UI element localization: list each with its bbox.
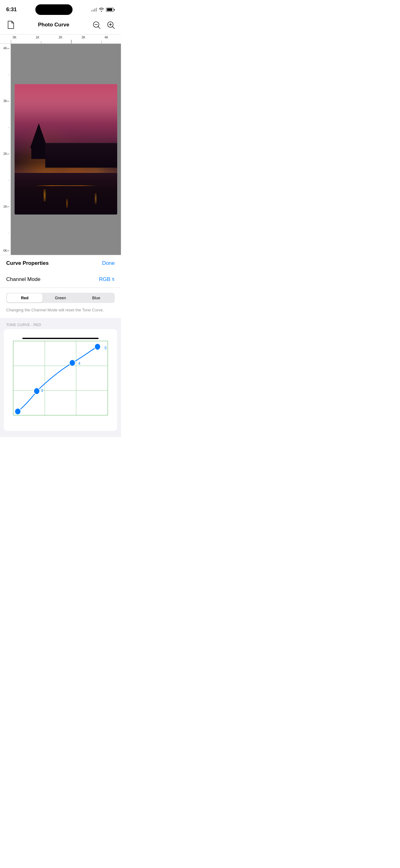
battery-icon — [106, 8, 115, 12]
chevron-updown-icon: ⇅ — [112, 277, 115, 282]
tone-curve-card[interactable]: 3 4 5 — [4, 329, 117, 431]
channel-mode-text: RGB — [99, 276, 110, 282]
zoom-in-button[interactable] — [105, 20, 116, 30]
svg-rect-0 — [91, 10, 92, 11]
zoom-in-icon — [106, 21, 115, 29]
status-time: 6:31 — [6, 6, 17, 13]
bridge-lights — [35, 185, 97, 186]
signal-dots — [91, 8, 97, 11]
photo-display — [14, 84, 117, 215]
svg-rect-3 — [96, 8, 97, 11]
properties-panel: Curve Properties Done Channel Mode RGB ⇅… — [0, 255, 121, 437]
point-3-label: 3 — [41, 388, 43, 393]
tower-body — [31, 148, 46, 159]
new-document-button[interactable] — [5, 19, 16, 30]
channel-note: Changing the Channel Mode will reset the… — [6, 307, 115, 313]
curve-scrollbar[interactable] — [22, 338, 99, 339]
curve-point-4 — [69, 360, 75, 366]
canvas-area: 4K 3K 2K 1K 0K — [0, 44, 121, 255]
svg-text:0K: 0K — [3, 249, 7, 252]
nav-bar: Photo Curve — [0, 17, 121, 34]
ruler-left: 4K 3K 2K 1K 0K — [0, 44, 11, 255]
channel-mode-value[interactable]: RGB ⇅ — [99, 276, 115, 282]
segment-blue-button[interactable]: Blue — [78, 293, 114, 302]
water-light-2 — [66, 199, 68, 208]
ruler-left-svg: 4K 3K 2K 1K 0K — [0, 44, 9, 255]
photo-gradient — [14, 84, 117, 215]
curve-svg — [13, 341, 108, 415]
image-canvas[interactable] — [11, 44, 121, 255]
curve-point-3 — [34, 388, 40, 394]
channel-mode-row: Channel Mode RGB ⇅ — [6, 276, 115, 282]
done-button[interactable]: Done — [102, 260, 115, 266]
properties-title: Curve Properties — [6, 260, 49, 266]
point-4-label: 4 — [78, 361, 80, 366]
water-light-1 — [43, 189, 46, 202]
segment-green-button[interactable]: Green — [42, 293, 78, 302]
segment-red-button[interactable]: Red — [7, 293, 42, 302]
svg-rect-1 — [93, 10, 94, 11]
curve-point-5 — [95, 343, 100, 350]
page-title: Photo Curve — [38, 22, 69, 28]
curve-canvas: 3 4 5 — [10, 338, 111, 425]
divider — [0, 287, 121, 288]
zoom-out-button[interactable] — [91, 20, 102, 30]
water-light-3 — [95, 193, 97, 204]
signal-icon — [91, 8, 97, 11]
segmented-control: Red Green Blue — [6, 293, 115, 303]
svg-text:1K: 1K — [3, 205, 7, 208]
svg-line-6 — [98, 27, 100, 29]
channel-mode-label: Channel Mode — [6, 276, 41, 282]
status-bar: 6:31 — [0, 0, 121, 17]
svg-text:2K: 2K — [3, 152, 7, 156]
document-icon — [7, 21, 14, 29]
svg-text:3K: 3K — [3, 99, 7, 103]
water-reflection — [14, 173, 117, 215]
ruler-top-ticks — [11, 38, 121, 43]
building — [45, 143, 117, 168]
zoom-out-icon — [92, 21, 101, 29]
curve-point-1 — [15, 408, 21, 415]
dynamic-island — [35, 4, 72, 15]
svg-rect-2 — [94, 9, 95, 11]
svg-line-10 — [112, 27, 114, 29]
wifi-icon — [99, 7, 104, 12]
tone-curve-label: TONE CURVE - RED — [0, 318, 121, 329]
properties-content: Channel Mode RGB ⇅ Red Green Blue Changi… — [0, 271, 121, 437]
tower-triangle — [30, 123, 47, 148]
svg-text:4K: 4K — [3, 46, 7, 50]
channel-mode-section: Channel Mode RGB ⇅ Red Green Blue Changi… — [0, 271, 121, 318]
nav-right-icons — [91, 20, 116, 30]
ruler-top: 0K 1K 2K 3K 4K — [0, 34, 121, 44]
point-5-label: 5 — [104, 345, 107, 350]
properties-header: Curve Properties Done — [0, 255, 121, 271]
status-icons — [91, 7, 115, 12]
